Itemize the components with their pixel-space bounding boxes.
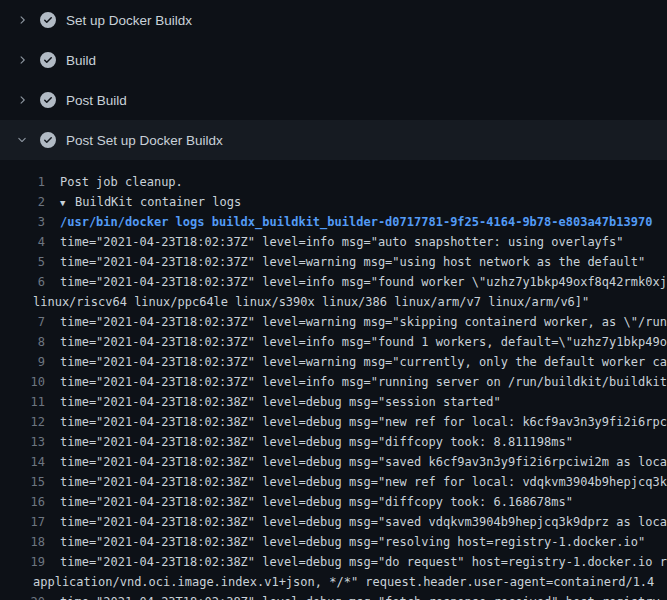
line-number[interactable]: 20 (0, 592, 45, 600)
log-line-4: 4time="2021-04-23T18:02:37Z" level=info … (0, 232, 667, 252)
step-header-2[interactable]: Post Build (0, 80, 667, 120)
line-number[interactable]: 17 (0, 512, 45, 532)
line-number[interactable]: 15 (0, 472, 45, 492)
log-text: time="2021-04-23T18:02:38Z" level=debug … (60, 395, 501, 409)
line-number[interactable]: 2 (0, 192, 45, 212)
log-line-11: 11time="2021-04-23T18:02:38Z" level=debu… (0, 392, 667, 412)
log-line-20: 20time="2021-04-23T18:02:38Z" level=debu… (0, 592, 667, 600)
line-number[interactable]: 14 (0, 452, 45, 472)
log-text: time="2021-04-23T18:02:38Z" level=debug … (60, 555, 667, 569)
log-line-13: 13time="2021-04-23T18:02:38Z" level=debu… (0, 432, 667, 452)
chevron-right-icon (16, 14, 32, 26)
log-line-12: 12time="2021-04-23T18:02:38Z" level=debu… (0, 412, 667, 432)
log-line-10: 10time="2021-04-23T18:02:37Z" level=info… (0, 372, 667, 392)
line-number[interactable]: 7 (0, 312, 45, 332)
line-number[interactable]: 3 (0, 212, 45, 232)
log-command-text[interactable]: /usr/bin/docker logs buildx_buildkit_bui… (60, 215, 652, 229)
log-line-16: 16time="2021-04-23T18:02:38Z" level=debu… (0, 492, 667, 512)
line-number[interactable]: 5 (0, 252, 45, 272)
log-text: time="2021-04-23T18:02:37Z" level=info m… (60, 275, 667, 289)
log-group-caret-icon[interactable]: ▼ (60, 193, 75, 212)
log-line-5: 5time="2021-04-23T18:02:37Z" level=warni… (0, 252, 667, 272)
log-text: linux/riscv64 linux/ppc64le linux/s390x … (33, 295, 589, 309)
check-circle-icon (40, 52, 56, 68)
log-text: time="2021-04-23T18:02:38Z" level=debug … (60, 515, 667, 529)
log-text: time="2021-04-23T18:02:37Z" level=warnin… (60, 315, 667, 329)
step-list: Set up Docker BuildxBuildPost BuildPost … (0, 0, 667, 160)
log-line-3: 3/usr/bin/docker logs buildx_buildkit_bu… (0, 212, 667, 232)
log-line-19: 19time="2021-04-23T18:02:38Z" level=debu… (0, 552, 667, 572)
log-line-6-continuation: linux/riscv64 linux/ppc64le linux/s390x … (0, 292, 667, 312)
log-line-15: 15time="2021-04-23T18:02:38Z" level=debu… (0, 472, 667, 492)
log-text: time="2021-04-23T18:02:38Z" level=debug … (60, 475, 667, 489)
log-text: time="2021-04-23T18:02:38Z" level=debug … (60, 435, 573, 449)
log-group-label[interactable]: BuildKit container logs (75, 195, 241, 209)
step-label: Build (66, 53, 96, 68)
log-area: 1Post job cleanup.2▼BuildKit container l… (0, 160, 667, 600)
log-line-7: 7time="2021-04-23T18:02:37Z" level=warni… (0, 312, 667, 332)
log-text: time="2021-04-23T18:02:38Z" level=debug … (60, 455, 667, 469)
check-circle-icon (40, 132, 56, 148)
line-number[interactable]: 4 (0, 232, 45, 252)
log-line-14: 14time="2021-04-23T18:02:38Z" level=debu… (0, 452, 667, 472)
log-text: time="2021-04-23T18:02:37Z" level=info m… (60, 375, 667, 389)
log-text: time="2021-04-23T18:02:37Z" level=info m… (60, 335, 667, 349)
log-text: time="2021-04-23T18:02:37Z" level=warnin… (60, 355, 667, 369)
log-line-8: 8time="2021-04-23T18:02:37Z" level=info … (0, 332, 667, 352)
chevron-right-icon (16, 54, 32, 66)
line-number[interactable]: 10 (0, 372, 45, 392)
log-line-2: 2▼BuildKit container logs (0, 192, 667, 212)
log-line-6: 6time="2021-04-23T18:02:37Z" level=info … (0, 272, 667, 292)
log-text: time="2021-04-23T18:02:37Z" level=info m… (60, 235, 624, 249)
step-header-3[interactable]: Post Set up Docker Buildx (0, 120, 667, 160)
check-circle-icon (40, 12, 56, 28)
log-line-9: 9time="2021-04-23T18:02:37Z" level=warni… (0, 352, 667, 372)
line-number[interactable]: 12 (0, 412, 45, 432)
line-number[interactable]: 18 (0, 532, 45, 552)
line-number[interactable]: 9 (0, 352, 45, 372)
line-number[interactable]: 1 (0, 172, 45, 192)
step-label: Post Build (66, 93, 127, 108)
log-text: time="2021-04-23T18:02:38Z" level=debug … (60, 535, 645, 549)
log-line-19-continuation: application/vnd.oci.image.index.v1+json,… (0, 572, 667, 592)
check-circle-icon (40, 92, 56, 108)
line-number[interactable]: 16 (0, 492, 45, 512)
step-header-1[interactable]: Build (0, 40, 667, 80)
log-text: time="2021-04-23T18:02:37Z" level=warnin… (60, 255, 645, 269)
log-line-18: 18time="2021-04-23T18:02:38Z" level=debu… (0, 532, 667, 552)
step-label: Set up Docker Buildx (66, 13, 192, 28)
log-text: application/vnd.oci.image.index.v1+json,… (33, 575, 654, 589)
line-number[interactable]: 11 (0, 392, 45, 412)
line-number[interactable]: 19 (0, 552, 45, 572)
log-text: time="2021-04-23T18:02:38Z" level=debug … (60, 595, 660, 600)
log-line-1: 1Post job cleanup. (0, 172, 667, 192)
line-number[interactable]: 13 (0, 432, 45, 452)
log-line-17: 17time="2021-04-23T18:02:38Z" level=debu… (0, 512, 667, 532)
line-number[interactable]: 6 (0, 272, 45, 292)
log-text: time="2021-04-23T18:02:38Z" level=debug … (60, 415, 667, 429)
log-text: time="2021-04-23T18:02:38Z" level=debug … (60, 495, 573, 509)
step-label: Post Set up Docker Buildx (66, 133, 223, 148)
step-header-0[interactable]: Set up Docker Buildx (0, 0, 667, 40)
log-text: Post job cleanup. (60, 175, 183, 189)
chevron-down-icon (16, 134, 32, 146)
chevron-right-icon (16, 94, 32, 106)
line-number[interactable]: 8 (0, 332, 45, 352)
actions-log-viewer: Set up Docker BuildxBuildPost BuildPost … (0, 0, 667, 600)
